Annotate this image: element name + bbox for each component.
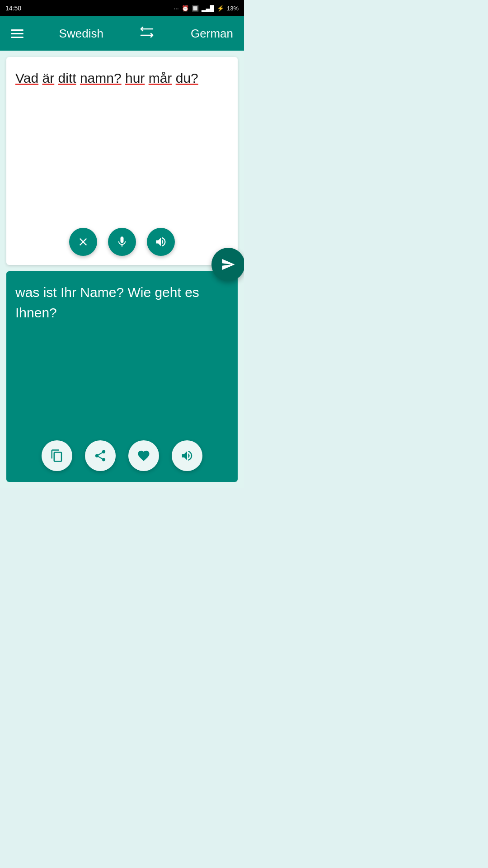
copy-button[interactable] <box>42 440 72 471</box>
microphone-button[interactable] <box>108 228 136 256</box>
word-ditt: ditt <box>58 71 76 85</box>
share-button[interactable] <box>85 440 116 471</box>
alarm-icon: ⏰ <box>182 5 189 12</box>
clear-button[interactable] <box>69 228 97 256</box>
status-icons: ··· ⏰ 🔲 ▂▄█ ⚡ 13% <box>174 5 239 12</box>
swap-languages-button[interactable] <box>139 24 155 43</box>
favorite-button[interactable] <box>128 440 159 471</box>
word-mar: mår <box>149 71 172 85</box>
time: 14:50 <box>5 5 21 12</box>
battery-percent: 13% <box>227 5 239 12</box>
status-bar: 14:50 ··· ⏰ 🔲 ▂▄█ ⚡ 13% <box>0 0 244 16</box>
menu-button[interactable] <box>11 29 23 38</box>
nav-bar: Swedish German <box>0 16 244 51</box>
source-language-selector[interactable]: Swedish <box>59 27 103 41</box>
word-vad: Vad <box>15 71 38 85</box>
source-controls <box>6 222 238 265</box>
battery-icon: ⚡ <box>217 5 224 12</box>
word-du: du? <box>176 71 198 85</box>
translation-text-area: was ist Ihr Name? Wie geht es Ihnen? <box>6 271 238 434</box>
translation-controls <box>6 434 238 482</box>
main-content: Vad är ditt namn? hur mår du? <box>0 51 244 488</box>
speak-source-button[interactable] <box>147 228 175 256</box>
source-panel: Vad är ditt namn? hur mår du? <box>6 57 238 265</box>
send-button[interactable] <box>211 248 244 281</box>
word-hur: hur <box>125 71 145 85</box>
sim-icon: 🔲 <box>192 5 199 12</box>
word-namn: namn? <box>80 71 122 85</box>
target-language-selector[interactable]: German <box>191 27 233 41</box>
word-ar: är <box>42 71 55 85</box>
signal-icon: ▂▄█ <box>202 5 214 12</box>
translation-panel: was ist Ihr Name? Wie geht es Ihnen? <box>6 271 238 482</box>
speak-translation-button[interactable] <box>172 440 202 471</box>
source-text-area[interactable]: Vad är ditt namn? hur mår du? <box>6 57 238 222</box>
dots-icon: ··· <box>174 5 179 12</box>
